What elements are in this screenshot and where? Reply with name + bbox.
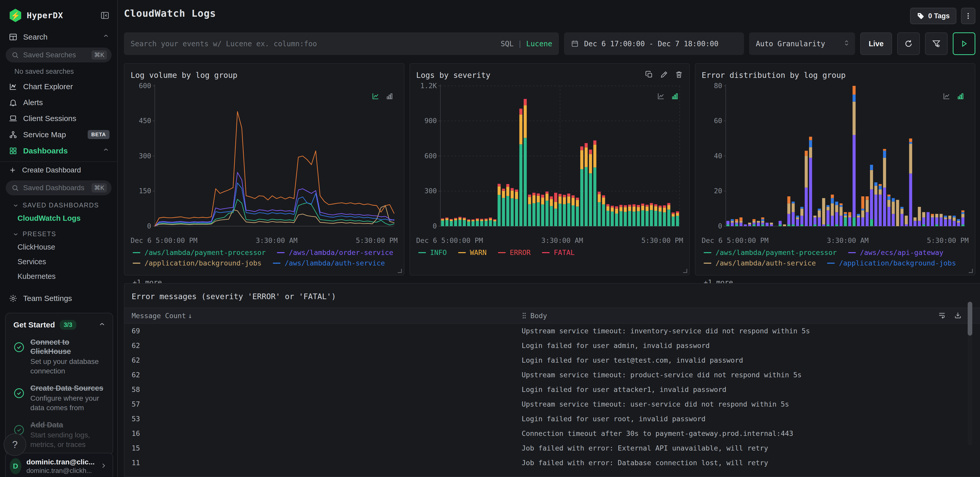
table-row[interactable]: 15Job failed with error: External API un…: [124, 441, 980, 455]
svg-text:450: 450: [139, 117, 151, 125]
sidebar-item-cloudwatch-logs[interactable]: CloudWatch Logs: [0, 211, 117, 226]
column-header-message-count[interactable]: Message Count↓: [124, 312, 522, 320]
mode-sql[interactable]: SQL: [501, 40, 514, 48]
get-started-progress-badge: 3/3: [60, 320, 76, 330]
table-scrollbar-thumb[interactable]: [968, 302, 972, 335]
run-query-button[interactable]: [953, 32, 975, 55]
query-language-toggle[interactable]: SQL | Lucene: [501, 40, 552, 48]
table-row[interactable]: 62Login failed for user test@test.com, i…: [124, 353, 980, 367]
table-row[interactable]: 11Job failed with error: Database connec…: [124, 455, 980, 470]
mode-lucene[interactable]: Lucene: [526, 40, 552, 48]
legend-item[interactable]: /aws/lambda/payment-processor: [133, 248, 266, 256]
section-saved-dashboards[interactable]: SAVED DASHBOARDS: [0, 197, 117, 211]
live-button[interactable]: Live: [860, 32, 892, 55]
get-started-item[interactable]: Connect to ClickHouse Set up your databa…: [13, 337, 106, 376]
stacked-bar-chart[interactable]: 806040200: [702, 81, 969, 235]
sidebar-item-clickhouse[interactable]: ClickHouse: [0, 240, 117, 254]
sidebar-item-client-sessions[interactable]: Client Sessions: [0, 111, 117, 126]
stacked-bar-chart[interactable]: 1.2K9006003000: [416, 81, 683, 235]
event-search-input[interactable]: Search your events w/ Lucene ex. column:…: [124, 32, 559, 55]
resize-handle[interactable]: [398, 269, 402, 273]
sidebar-collapse-icon[interactable]: [100, 11, 110, 20]
legend-item[interactable]: /aws/lambda/auth-service: [273, 259, 385, 267]
legend-label: FATAL: [554, 248, 574, 256]
legend-item[interactable]: /aws/lambda/order-service: [277, 248, 393, 256]
sidebar-item-dashboards[interactable]: Dashboards: [0, 143, 117, 159]
legend-item[interactable]: /aws/lambda/auth-service: [704, 259, 816, 267]
sidebar-item-label: Search: [23, 33, 48, 41]
granularity-select[interactable]: Auto Granularity: [749, 32, 855, 55]
sidebar-item-label: Team Settings: [23, 294, 72, 303]
table-row[interactable]: 53Login failed for user root, invalid pa…: [124, 412, 980, 426]
line-chart[interactable]: 6004503001500: [130, 81, 398, 235]
x-axis-tick: 3:30:00 AM: [541, 237, 583, 245]
line-view-icon[interactable]: [942, 92, 951, 101]
sidebar-item-team-settings[interactable]: Team Settings: [0, 290, 117, 306]
sidebar-item-kubernetes[interactable]: Kubernetes: [0, 269, 117, 284]
legend-item[interactable]: /aws/lambda/payment-processor: [704, 248, 837, 256]
table-row[interactable]: 57Upstream service timeout: user-service…: [124, 397, 980, 412]
chevron-up-icon[interactable]: [98, 321, 106, 329]
sidebar-item-chart-explorer[interactable]: Chart Explorer: [0, 79, 117, 95]
line-view-icon[interactable]: [371, 92, 380, 101]
help-button[interactable]: ?: [3, 433, 26, 456]
bar-view-icon[interactable]: [671, 92, 679, 101]
message-count-cell: 16: [124, 429, 522, 437]
duplicate-icon[interactable]: [645, 70, 653, 80]
drag-handle-icon[interactable]: [522, 312, 527, 319]
legend-item[interactable]: /application/background-jobs: [133, 259, 261, 267]
legend-item[interactable]: FATAL: [542, 248, 574, 256]
table-row[interactable]: 16Connection timeout after 30s to paymen…: [124, 426, 980, 441]
table-row[interactable]: 62Upstream service timeout: product-serv…: [124, 367, 980, 382]
saved-searches-placeholder: Saved Searches: [23, 51, 76, 59]
svg-text:0: 0: [433, 222, 437, 230]
search-nav-icon: [9, 33, 18, 41]
refresh-button[interactable]: [897, 32, 920, 55]
x-axis-labels: Dec 6 5:00:00 PM3:30:00 AM5:30:00 PM: [702, 237, 969, 245]
legend-item[interactable]: /application/background-jobs: [827, 259, 956, 267]
wrap-text-icon[interactable]: [938, 311, 946, 321]
date-range-picker[interactable]: Dec 6 17:00:00 - Dec 7 18:00:00: [564, 32, 744, 55]
chevron-up-icon[interactable]: [102, 146, 110, 155]
resize-handle[interactable]: [969, 269, 973, 273]
edit-icon[interactable]: [660, 70, 668, 80]
get-started-item[interactable]: Add Data Start sending logs, metrics, or…: [13, 420, 106, 449]
section-presets[interactable]: PRESETS: [0, 226, 117, 240]
user-profile-card[interactable]: D dominic.tran@clic... dominic.tran@clic…: [5, 453, 113, 477]
sidebar-item-alerts[interactable]: Alerts: [0, 95, 117, 111]
x-axis-tick: 5:30:00 PM: [356, 237, 398, 245]
legend-item[interactable]: ERROR: [498, 248, 531, 256]
legend-swatch: [418, 252, 426, 253]
chart-title: Log volume by log group: [130, 71, 237, 80]
download-icon[interactable]: [954, 311, 962, 321]
legend-item[interactable]: INFO: [418, 248, 447, 256]
chevron-up-icon[interactable]: [102, 32, 110, 41]
bar-view-icon[interactable]: [385, 92, 394, 101]
legend-item[interactable]: /aws/ecs/api-gateway: [848, 248, 943, 256]
table-scrollbar[interactable]: [968, 302, 972, 446]
get-started-item[interactable]: Create Data Sources Configure where your…: [13, 383, 106, 412]
legend-swatch: [277, 252, 285, 253]
table-row[interactable]: 62Login failed for user admin, invalid p…: [124, 338, 980, 353]
resize-handle[interactable]: [683, 269, 687, 273]
legend-swatch: [458, 252, 466, 253]
hyperdx-logo-icon: ⚡: [9, 9, 22, 22]
delete-icon[interactable]: [675, 70, 683, 80]
kebab-menu-button[interactable]: [961, 8, 975, 24]
create-dashboard-button[interactable]: Create Dashboard: [0, 161, 117, 178]
column-header-body[interactable]: Body: [522, 312, 980, 320]
table-row[interactable]: 58Login failed for user attacker1, inval…: [124, 382, 980, 397]
table-row[interactable]: 69Upstream service timeout: inventory-se…: [124, 324, 980, 338]
sidebar-item-services[interactable]: Services: [0, 254, 117, 269]
sidebar-item-search[interactable]: Search: [0, 29, 117, 45]
chart-title: Logs by severity: [416, 71, 490, 80]
sidebar-item-service-map[interactable]: Service Map BETA: [0, 126, 117, 143]
legend-item[interactable]: WARN: [458, 248, 487, 256]
tags-button[interactable]: 0 Tags: [910, 8, 956, 24]
filter-button[interactable]: [925, 32, 948, 55]
saved-dashboards-input[interactable]: Saved Dashboards ⌘K: [6, 180, 111, 195]
bar-view-icon[interactable]: [956, 92, 964, 101]
saved-searches-input[interactable]: Saved Searches ⌘K: [6, 48, 111, 62]
line-view-icon[interactable]: [657, 92, 665, 101]
laptop-icon: [9, 114, 18, 123]
